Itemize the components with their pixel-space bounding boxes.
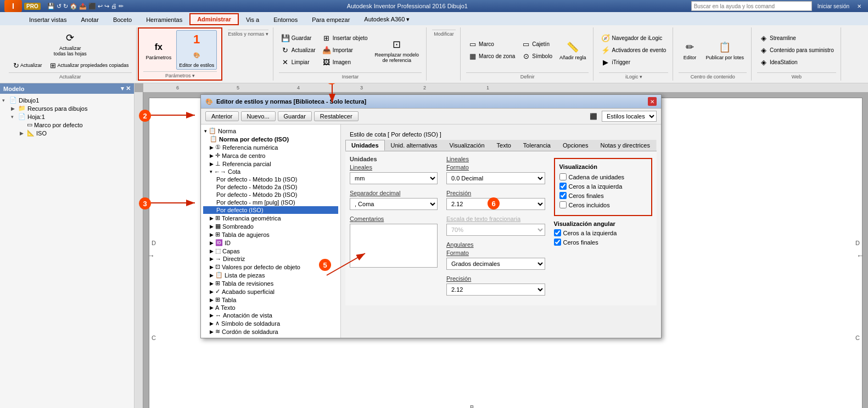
btn-insertar-obj[interactable]: ⊞Insertar objeto (320, 32, 370, 43)
tab-herramientas[interactable]: Herramientas (139, 13, 189, 25)
select-sep-decimal[interactable]: , Coma (350, 198, 438, 210)
style-tree-simbolo-sold[interactable]: ▶ ∧ Símbolo de soldadura (203, 319, 338, 327)
btn-navegador[interactable]: 🧭Navegador de iLogic (599, 32, 668, 43)
style-tree-tabla-agujeros[interactable]: ▶ ⊞ Tabla de agujeros (203, 230, 338, 239)
badge-2: 2 (139, 110, 151, 122)
style-tree-sombreado[interactable]: ▶ ▦ Sombreado (203, 222, 338, 230)
check-cadena-unidades[interactable] (559, 173, 567, 180)
check-ceros-izquierda[interactable] (559, 183, 567, 190)
tab-unid-alt[interactable]: Unid. alternativas (385, 140, 444, 151)
btn-imagen[interactable]: 🖼Imagen (320, 56, 370, 67)
tab-entornos[interactable]: Entornos (266, 13, 305, 25)
btn-parametros[interactable]: fx Parámetros (143, 38, 175, 62)
btn-streamline[interactable]: ◈Streamline (757, 32, 836, 43)
dialog-close-button[interactable]: ✕ (648, 97, 657, 106)
style-tree-cordon[interactable]: ▶ ≋ Cordón de soldadura (203, 327, 338, 336)
anadir-regla-icon: 📏 (565, 39, 580, 55)
style-tree-tolerancia-geo[interactable]: ▶ ⊞ Tolerancia geométrica (203, 214, 338, 222)
textarea-comentarios[interactable] (350, 224, 438, 268)
btn-nuevo[interactable]: Nuevo... (241, 111, 276, 121)
style-tree-cota-mm[interactable]: Por defecto - mm [pulg] (ISO) (203, 199, 338, 206)
check-ang-ceros-finales[interactable] (554, 239, 561, 246)
filter-select[interactable]: Estilos locales (602, 111, 657, 122)
btn-limpiar[interactable]: ✕Limpiar (279, 56, 318, 67)
tab-para-empezar[interactable]: Para empezar (305, 13, 357, 25)
style-tree-directriz[interactable]: ▶ → Directriz (203, 255, 338, 263)
style-tree-acabado[interactable]: ▶ ✓ Acabado superficial (203, 287, 338, 296)
btn-marco[interactable]: ▭Marco (466, 38, 517, 49)
btn-actualizar-props[interactable]: ⊞ Actualizar propiedades copiadas (46, 59, 132, 71)
close-button[interactable]: ✕ (855, 3, 864, 9)
tab-visualizacion[interactable]: Visualización (444, 140, 491, 151)
style-tree-ref-num[interactable]: ▶ ① Referencia numérica (203, 143, 338, 151)
tab-vista[interactable]: Vis a (239, 13, 266, 25)
style-tree-anotacion[interactable]: ▶ ↔ Anotación de vista (203, 311, 338, 319)
ribbon-content: ⟳ Actualizartodas las hojas ↻ Actualizar… (0, 25, 868, 83)
btn-anterior[interactable]: Anterior (205, 111, 239, 121)
btn-restablecer[interactable]: Restablecer (314, 111, 359, 121)
tab-boceto[interactable]: Boceto (106, 13, 139, 25)
select-lineales[interactable]: mm (350, 172, 438, 184)
style-tree-tabla-revisiones[interactable]: ▶ ⊞ Tabla de revisiones (203, 279, 338, 287)
btn-itrigger[interactable]: ▶iTrigger (599, 56, 668, 67)
tree-item-dibujo1[interactable]: ▾ 📄 Dibujo1 (2, 96, 132, 104)
btn-reemplazar[interactable]: ⊡ Reemplazar modelode referencia (372, 35, 422, 65)
style-tree-cota[interactable]: ▾ ←→ Cota (203, 168, 338, 175)
btn-cajetin[interactable]: ▭Cajetín (519, 38, 555, 49)
search-input[interactable] (691, 1, 812, 11)
style-tree-cota-2a[interactable]: Por defecto - Método 2a (ISO) (203, 183, 338, 191)
btn-ideastation[interactable]: ◈IdeaStation (757, 56, 836, 67)
style-tree-texto[interactable]: ▶ A Texto (203, 304, 338, 311)
select-formato[interactable]: 0.0 Decimal (446, 172, 545, 184)
btn-importar[interactable]: 📥Importar (320, 44, 370, 55)
btn-editor-contenido[interactable]: ✏ Editor (679, 38, 701, 62)
style-tree-norma-defecto[interactable]: 📋 Norma por defecto (ISO) (203, 135, 338, 143)
select-ang-formato[interactable]: Grados decimales (446, 258, 545, 270)
style-tree-capas[interactable]: ▶ ⬚ Capas (203, 247, 338, 255)
style-tree-cota-1b[interactable]: Por defecto - Método 1b (ISO) (203, 175, 338, 183)
style-tree-tabla[interactable]: ▶ ⊞ Tabla (203, 296, 338, 304)
style-tree-marca-centro[interactable]: ▶ ✛ Marca de centro (203, 151, 338, 160)
icon-norma: 📋 (209, 127, 216, 134)
btn-guardar[interactable]: 💾Guardar (279, 32, 318, 43)
tab-notas[interactable]: Notas y directrices (594, 140, 656, 151)
tree-item-iso[interactable]: ▶ 📐 ISO (2, 129, 132, 137)
select-escala[interactable]: 70% (446, 224, 545, 236)
style-tree-lista-piezas[interactable]: ▶ 📋 Lista de piezas (203, 271, 338, 279)
btn-simbolo[interactable]: ⊙Símbolo (519, 50, 555, 61)
style-tree-valores-defecto[interactable]: ▶ ⊡ Valores por defecto de objeto (203, 263, 338, 271)
tree-item-recursos[interactable]: ▶ 📁 Recursos para dibujos (2, 104, 132, 112)
label-tabla-revisiones: Tabla de revisiones (222, 280, 273, 287)
tab-anotar[interactable]: Anotar (74, 13, 105, 25)
select-ang-precision[interactable]: 2.12 (446, 284, 545, 296)
btn-guardar-dlg[interactable]: Guardar (278, 111, 312, 121)
tab-administrar[interactable]: Administrar (189, 13, 239, 25)
signin-button[interactable]: Iniciar sesión (815, 3, 852, 9)
style-tree-ref-parcial[interactable]: ▶ ⊥ Referencia parcial (203, 160, 338, 168)
btn-actualizar[interactable]: ↻ Actualizar (9, 59, 45, 71)
style-tree-norma[interactable]: ▾ 📋 Norma (203, 127, 338, 135)
tab-tolerancia[interactable]: Tolerancia (517, 140, 557, 151)
btn-contenido-sum[interactable]: ◈Contenido para suministro (757, 44, 836, 55)
btn-anadir-regla[interactable]: 📏 Añadir regla (557, 38, 589, 62)
btn-actualizar3[interactable]: ↻Actualizar (279, 44, 318, 55)
check-ang-ceros-izquierda[interactable] (554, 229, 561, 236)
style-tree-cota-iso[interactable]: Por defecto (ISO) (203, 206, 338, 214)
icon-tabla-revisiones: ⊞ (215, 280, 220, 287)
check-ceros-finales[interactable] (559, 192, 567, 199)
tree-item-marco[interactable]: ▭ Marco por defecto (2, 121, 132, 129)
tab-opciones[interactable]: Opciones (557, 140, 594, 151)
tab-unidades[interactable]: Unidades (345, 140, 385, 151)
tab-autodesk[interactable]: Autodesk A360 ▾ (357, 13, 417, 25)
style-tree-cota-2b[interactable]: Por defecto - Método 2b (ISO) (203, 191, 338, 199)
btn-activadores[interactable]: ⚡Activadores de evento (599, 44, 668, 55)
tree-item-hoja1[interactable]: ▾ 📄 Hoja:1 (2, 112, 132, 121)
btn-editor-estilos[interactable]: 1 🎨 Editor de estilos (176, 30, 217, 70)
btn-marco-zona[interactable]: ▦Marco de zona (466, 50, 517, 61)
style-tree-id[interactable]: ▶ 🆔 ID (203, 239, 338, 247)
tab-insertar[interactable]: Insertar vistas (22, 13, 74, 25)
btn-actualizar-hojas[interactable]: ⟳ Actualizartodas las hojas (9, 29, 132, 58)
btn-publicar[interactable]: 📋 Publicar por lotes (703, 38, 747, 62)
tab-texto[interactable]: Texto (491, 140, 517, 151)
check-ceros-incluidos[interactable] (559, 201, 567, 208)
